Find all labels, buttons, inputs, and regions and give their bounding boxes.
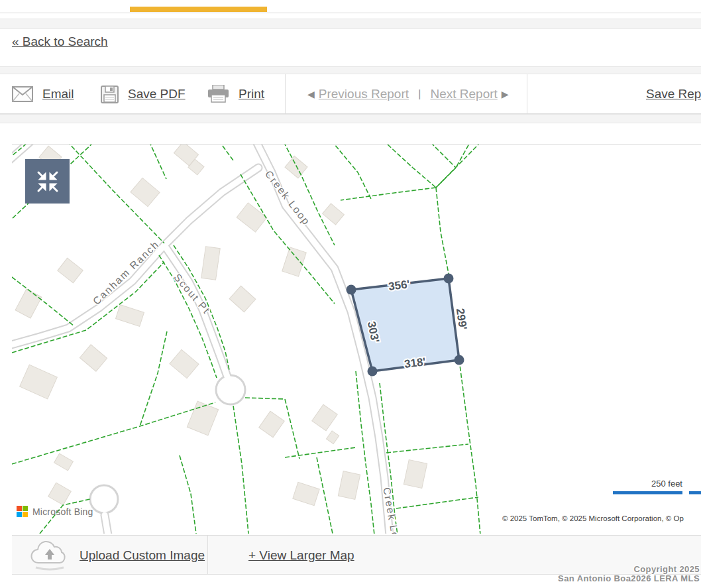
save-pdf-button[interactable]: Save PDF (101, 74, 186, 114)
next-arrow-icon: ▶ (498, 89, 513, 99)
watermark-line1: Copyright 2025 (558, 565, 700, 574)
toolbar-separator-1 (285, 74, 286, 113)
scale-bar-segment-1 (613, 491, 682, 495)
view-larger-map-button[interactable]: + View Larger Map (248, 536, 354, 575)
top-tab-strip (0, 0, 701, 13)
floppy-disk-icon (101, 86, 119, 103)
map-collapse-button[interactable] (25, 159, 70, 204)
watermark-line2: San Antonio Boa2026 LERA MLS (558, 574, 700, 583)
parcel-dim-top: 356' (388, 278, 410, 293)
report-nav-separator: | (409, 88, 430, 101)
back-row: « Back to Search (12, 34, 108, 49)
toolbar-separator-2 (527, 74, 527, 113)
save-report-button[interactable]: Save Rep (646, 74, 701, 114)
upload-custom-image-button[interactable]: Upload Custom Image (29, 536, 205, 575)
map-attribution: © 2025 TomTom, © 2025 Microsoft Corporat… (502, 514, 684, 522)
parcel-dim-bottom: 318' (404, 355, 426, 371)
scale-bar-segment-2 (689, 491, 701, 495)
print-button[interactable]: Print (207, 74, 264, 114)
copyright-watermark: Copyright 2025 San Antonio Boa2026 LERA … (558, 565, 700, 583)
divider-band-mid (0, 66, 701, 74)
map-container: 356' 299' 318' 303' Creek Loop Canham Ra… (12, 144, 701, 534)
view-larger-map-label[interactable]: + View Larger Map (248, 548, 354, 563)
street-label-creek-loop: Creek Loop (263, 168, 313, 227)
next-report-label[interactable]: Next Report (430, 87, 497, 101)
divider-band-bottom (0, 114, 701, 123)
scale-label: 250 feet (651, 479, 682, 489)
email-button[interactable]: Email (12, 74, 74, 114)
previous-report-button[interactable]: ◀ Previous Report | Next Report ▶ (303, 74, 513, 114)
report-toolbar: Email Save PDF Print ◀ Previou (0, 74, 701, 114)
previous-arrow-icon: ◀ (303, 89, 319, 99)
email-envelope-icon (12, 86, 33, 102)
collapse-arrows-icon (36, 170, 59, 193)
cloud-upload-icon (29, 540, 70, 571)
email-label[interactable]: Email (42, 87, 74, 101)
upload-custom-image-label[interactable]: Upload Custom Image (80, 548, 205, 563)
microsoft-bing-logo[interactable]: Microsoft Bing (17, 506, 93, 517)
printer-icon (207, 85, 229, 103)
active-tab-indicator[interactable] (130, 7, 267, 12)
microsoft-logo-icon (17, 506, 28, 517)
map-canvas[interactable]: 356' 299' 318' 303' Creek Loop Canham Ra… (12, 145, 701, 534)
footer-separator (207, 536, 208, 574)
divider-band-top (0, 19, 701, 29)
print-label[interactable]: Print (239, 87, 264, 101)
back-to-search-link[interactable]: « Back to Search (12, 34, 108, 48)
save-pdf-label[interactable]: Save PDF (128, 87, 186, 101)
map-scale: 250 feet (613, 479, 701, 495)
save-report-label[interactable]: Save Rep (646, 87, 701, 101)
street-label-canham-ranch: Canham Ranch (91, 238, 162, 307)
previous-report-label[interactable]: Previous Report (319, 87, 409, 101)
bing-logo-label: Microsoft Bing (32, 506, 93, 517)
